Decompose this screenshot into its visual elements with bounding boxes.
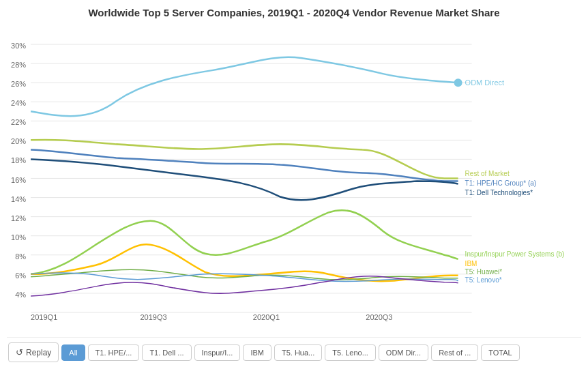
- filter-lenovo-button[interactable]: T5. Leno...: [325, 344, 376, 361]
- filter-all-button[interactable]: All: [61, 344, 85, 361]
- svg-text:2020Q1: 2020Q1: [253, 313, 280, 321]
- filter-rest-button[interactable]: Rest of ...: [431, 344, 478, 361]
- svg-text:30%: 30%: [11, 42, 26, 50]
- svg-text:2019Q3: 2019Q3: [140, 313, 166, 321]
- dell-line: [31, 159, 458, 200]
- filter-total-button[interactable]: TOTAL: [481, 344, 519, 361]
- svg-text:24%: 24%: [11, 99, 26, 107]
- replay-label: Replay: [26, 348, 51, 357]
- legend-dell: T1: Dell Technologies*: [465, 189, 533, 196]
- svg-text:28%: 28%: [11, 61, 26, 69]
- legend-rest: Rest of Market: [465, 170, 510, 177]
- filter-dell-button[interactable]: T1. Dell ...: [142, 344, 191, 361]
- svg-text:8%: 8%: [15, 252, 26, 261]
- odm-direct-dot: [454, 78, 462, 87]
- legend-huawei: T5: Huawei*: [465, 268, 503, 276]
- bottom-bar: ↺ Replay All T1. HPE/... T1. Dell ... In…: [7, 337, 581, 367]
- filter-hpe-button[interactable]: T1. HPE/...: [88, 344, 140, 361]
- svg-text:4%: 4%: [15, 291, 26, 299]
- odm-direct-line: [31, 57, 458, 116]
- legend-inspur: Inspur/Inspur Power Systems (b): [465, 250, 565, 258]
- filter-inspur-button[interactable]: Inspur/I...: [194, 344, 241, 361]
- svg-text:6%: 6%: [15, 271, 26, 280]
- chart-title: Worldwide Top 5 Server Companies, 2019Q1…: [7, 7, 581, 18]
- chart-svg: 30% 28% 26% 24% 22% 20% 18% 16% 14% 12% …: [7, 23, 581, 337]
- replay-button[interactable]: ↺ Replay: [8, 342, 59, 362]
- main-container: Worldwide Top 5 Server Companies, 2019Q1…: [0, 0, 588, 367]
- legend-ibm: IBM: [465, 260, 477, 267]
- svg-text:12%: 12%: [11, 214, 26, 222]
- filter-ibm-button[interactable]: IBM: [243, 344, 271, 361]
- svg-text:2020Q3: 2020Q3: [366, 313, 392, 321]
- svg-text:18%: 18%: [11, 156, 26, 164]
- inspur-line: [31, 210, 458, 274]
- svg-text:2019Q1: 2019Q1: [31, 313, 57, 321]
- svg-text:26%: 26%: [11, 80, 26, 88]
- hpe-line: [31, 149, 458, 181]
- legend-hpe: T1: HPE/HC Group* (a): [465, 179, 537, 187]
- legend-odm: ODM Direct: [465, 78, 505, 87]
- filter-huawei-button[interactable]: T5. Hua...: [274, 344, 322, 361]
- filter-odm-button[interactable]: ODM Dir...: [379, 344, 428, 361]
- svg-text:20%: 20%: [11, 137, 26, 145]
- svg-text:10%: 10%: [11, 233, 26, 241]
- chart-area: 30% 28% 26% 24% 22% 20% 18% 16% 14% 12% …: [7, 23, 581, 337]
- svg-text:22%: 22%: [11, 118, 26, 126]
- ibm-line: [31, 244, 458, 281]
- legend-lenovo: T5: Lenovo*: [465, 276, 502, 284]
- svg-text:16%: 16%: [11, 176, 26, 184]
- svg-text:14%: 14%: [11, 195, 26, 203]
- replay-icon: ↺: [16, 347, 23, 357]
